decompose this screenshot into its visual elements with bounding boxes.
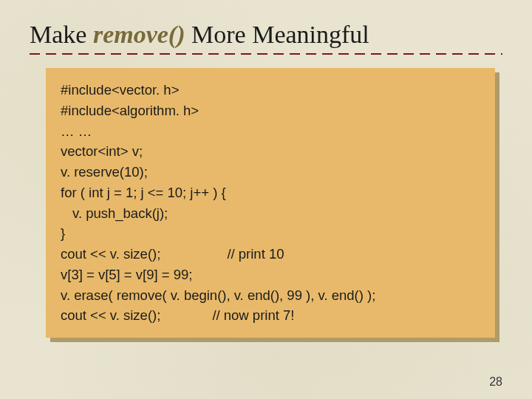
code-line: #include<algorithm. h> <box>61 100 480 121</box>
page-number: 28 <box>489 375 502 389</box>
code-line: vector<int> v; <box>61 141 480 162</box>
code-line: v. reserve(10); <box>61 162 480 183</box>
code-stmt: cout << v. size(); <box>61 246 160 262</box>
code-comment: // now print 7! <box>212 307 294 323</box>
code-line: cout << v. size();// print 10 <box>61 244 480 265</box>
code-line: for ( int j = 1; j <= 10; j++ ) { <box>61 183 480 203</box>
code-block-body: #include<vector. h> #include<algorithm. … <box>46 68 495 338</box>
code-line: … … <box>61 121 480 142</box>
code-line: } <box>61 223 480 244</box>
code-line: cout << v. size();// now print 7! <box>61 305 480 326</box>
code-comment: // print 10 <box>227 246 284 262</box>
code-line: v. erase( remove( v. begin(), v. end(), … <box>61 285 480 306</box>
title-pre: Make <box>30 21 93 48</box>
title-italic: remove() <box>93 21 185 48</box>
code-line: #include<vector. h> <box>61 80 480 100</box>
title-post: More Meaningful <box>185 21 369 48</box>
code-block: #include<vector. h> #include<algorithm. … <box>46 68 495 338</box>
code-line: v[3] = v[5] = v[9] = 99; <box>61 265 480 285</box>
slide-title: Make remove() More Meaningful <box>30 21 502 49</box>
code-line: v. push_back(j); <box>61 203 480 224</box>
slide: Make remove() More Meaningful #include<v… <box>0 0 532 399</box>
title-divider <box>30 53 502 55</box>
code-stmt: cout << v. size(); <box>61 307 160 323</box>
